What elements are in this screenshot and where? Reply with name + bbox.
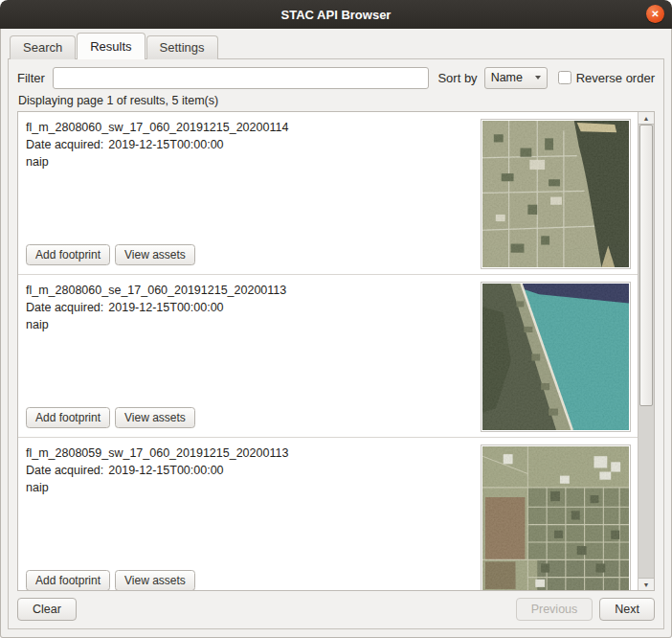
item-thumbnail — [481, 444, 631, 590]
result-item[interactable]: fl_m_2808059_sw_17_060_20191215_20200113… — [18, 438, 638, 590]
stac-api-browser-window: STAC API Browser ✕ Search Results Settin… — [0, 0, 672, 638]
scrollbar-handle[interactable] — [639, 125, 653, 406]
item-title: fl_m_2808060_sw_17_060_20191215_20200114 — [26, 119, 481, 136]
close-icon: ✕ — [651, 9, 659, 19]
clear-button[interactable]: Clear — [17, 598, 77, 621]
tab-search[interactable]: Search — [10, 35, 76, 59]
item-collection: naip — [26, 316, 481, 333]
results-list: fl_m_2808060_sw_17_060_20191215_20200114… — [17, 111, 655, 591]
results-list-items: fl_m_2808060_sw_17_060_20191215_20200114… — [18, 112, 638, 590]
window-title: STAC API Browser — [281, 8, 392, 22]
item-date-value: 2019-12-15T00:00:00 — [108, 464, 223, 477]
scrollbar[interactable]: ▲ ▼ — [638, 112, 654, 590]
item-title: fl_m_2808060_se_17_060_20191215_20200113 — [26, 282, 481, 299]
sort-by-label: Sort by — [437, 71, 477, 85]
item-thumbnail — [481, 119, 631, 269]
item-date-value: 2019-12-15T00:00:00 — [108, 301, 223, 314]
scroll-up-icon[interactable]: ▲ — [638, 112, 654, 125]
next-button[interactable]: Next — [599, 598, 655, 621]
item-collection: naip — [26, 479, 481, 496]
add-footprint-button[interactable]: Add footprint — [26, 570, 110, 590]
item-title: fl_m_2808059_sw_17_060_20191215_20200113 — [26, 444, 481, 462]
result-item[interactable]: fl_m_2808060_se_17_060_20191215_20200113… — [18, 275, 638, 438]
tab-settings[interactable]: Settings — [146, 35, 218, 59]
aerial-thumbnail-lagoon — [482, 121, 629, 267]
filter-row: Filter Sort by Name Reverse order — [17, 66, 655, 89]
item-date-label: Date acquired: — [26, 464, 103, 477]
close-button[interactable]: ✕ — [646, 5, 664, 23]
item-date: Date acquired:2019-12-15T00:00:00 — [26, 299, 481, 316]
item-date-label: Date acquired: — [26, 301, 103, 314]
view-assets-button[interactable]: View assets — [115, 244, 195, 265]
item-date-value: 2019-12-15T00:00:00 — [108, 138, 223, 151]
previous-button[interactable]: Previous — [516, 598, 594, 621]
sort-by-selected-value: Name — [491, 71, 523, 84]
footer-bar: Clear Previous Next — [17, 591, 655, 621]
scroll-down-icon[interactable]: ▼ — [638, 578, 654, 590]
view-assets-button[interactable]: View assets — [115, 570, 195, 590]
sort-by-select[interactable]: Name — [484, 67, 548, 89]
chevron-down-icon — [535, 76, 541, 80]
view-assets-button[interactable]: View assets — [115, 407, 195, 428]
results-pane: Filter Sort by Name Reverse order Displa… — [8, 58, 664, 629]
item-date: Date acquired:2019-12-15T00:00:00 — [26, 136, 481, 153]
titlebar[interactable]: STAC API Browser ✕ — [0, 0, 672, 29]
reverse-order-checkbox[interactable] — [558, 71, 571, 84]
item-collection: naip — [26, 153, 481, 171]
item-thumbnail — [481, 282, 631, 432]
tab-results[interactable]: Results — [77, 33, 145, 59]
item-date-label: Date acquired: — [26, 138, 103, 151]
filter-input[interactable] — [53, 67, 430, 89]
scrollbar-trough[interactable] — [638, 406, 654, 578]
tab-bar: Search Results Settings — [10, 34, 672, 58]
result-item[interactable]: fl_m_2808060_sw_17_060_20191215_20200114… — [18, 112, 638, 275]
reverse-order-label: Reverse order — [576, 71, 655, 85]
filter-label: Filter — [17, 71, 45, 85]
aerial-thumbnail-suburb — [482, 446, 629, 590]
status-text: Displaying page 1 of results, 5 item(s) — [18, 94, 655, 107]
add-footprint-button[interactable]: Add footprint — [26, 244, 110, 265]
item-date: Date acquired:2019-12-15T00:00:00 — [26, 462, 481, 479]
add-footprint-button[interactable]: Add footprint — [26, 407, 110, 428]
aerial-thumbnail-coastline — [482, 284, 629, 430]
